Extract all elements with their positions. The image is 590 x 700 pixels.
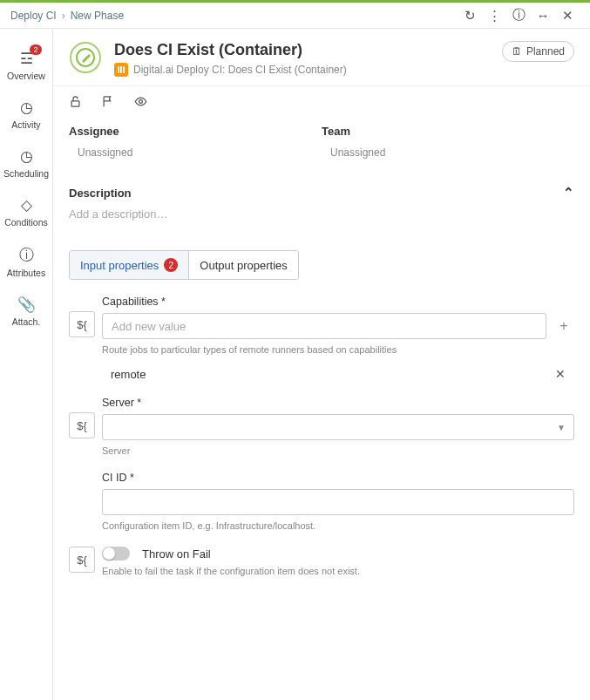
calendar-icon: 🗓 (512, 45, 522, 58)
page-header: Does CI Exist (Container) Digital.ai Dep… (53, 29, 590, 86)
refresh-icon[interactable]: ↻ (458, 8, 482, 24)
sidebar-item-conditions[interactable]: ◇ Conditions (0, 187, 53, 236)
sidebar-item-label: Activity (11, 119, 40, 130)
info-icon: ⓘ (19, 245, 34, 265)
sidebar-item-scheduling[interactable]: ◷ Scheduling (0, 139, 53, 187)
sidebar-item-overview[interactable]: ☲2 Overview (0, 41, 53, 90)
sidebar-item-activity[interactable]: ◷ Activity (0, 90, 53, 139)
list-icon: ☲2 (20, 50, 33, 68)
close-icon[interactable]: ✕ (555, 8, 580, 24)
server-help: Server (102, 445, 574, 456)
ciid-input[interactable] (102, 489, 574, 515)
flag-icon[interactable] (101, 95, 114, 111)
tab-output-properties[interactable]: Output properties (188, 251, 297, 279)
throw-help: Enable to fail the task if the configura… (102, 566, 574, 576)
sidebar-item-attach[interactable]: 📎 Attach. (0, 287, 53, 336)
variable-button[interactable]: ${ (69, 412, 95, 438)
sidebar-item-label: Scheduling (3, 168, 49, 179)
variable-button[interactable]: ${ (69, 311, 95, 337)
page-title: Does CI Exist (Container) (114, 41, 502, 59)
description-input[interactable]: Add a description… (53, 207, 590, 236)
ciid-help: Configuration item ID, e.g. Infrastructu… (102, 520, 574, 531)
team-value[interactable]: Unassigned (322, 146, 574, 159)
sidebar-item-label: Attach. (12, 316, 41, 327)
diamond-icon: ◇ (21, 196, 32, 214)
server-label: Server * (102, 397, 574, 409)
eye-icon[interactable] (133, 95, 148, 111)
description-label: Description (69, 187, 132, 200)
sidebar-item-label: Attributes (7, 268, 45, 278)
container-icon (114, 63, 128, 77)
brand-icon (69, 41, 102, 74)
variable-button[interactable]: ${ (69, 547, 95, 573)
clock-icon: ◷ (20, 147, 33, 166)
capability-value: remote (111, 368, 555, 381)
throw-toggle[interactable] (102, 547, 130, 561)
sidebar-item-label: Overview (7, 71, 45, 81)
capabilities-label: Capabilities * (102, 296, 574, 308)
lock-icon[interactable] (69, 95, 82, 111)
assignee-value[interactable]: Unassigned (69, 146, 322, 159)
ciid-label: CI ID * (102, 472, 574, 484)
breadcrumb-current[interactable]: New Phase (71, 10, 124, 22)
chevron-right-icon: › (62, 10, 65, 22)
sidebar: ☲2 Overview ◷ Activity ◷ Scheduling ◇ Co… (0, 29, 53, 700)
tab-input-properties[interactable]: Input properties 2 (70, 251, 188, 279)
clock-icon: ◷ (20, 99, 33, 117)
remove-icon[interactable]: ✕ (555, 367, 566, 381)
more-icon[interactable]: ⋮ (482, 8, 506, 24)
throw-label: Throw on Fail (142, 547, 211, 561)
capabilities-input[interactable] (102, 313, 546, 339)
assignee-label: Assignee (69, 125, 322, 138)
capabilities-help: Route jobs to particular types of remote… (102, 344, 574, 355)
expand-icon[interactable]: ↔ (531, 8, 555, 23)
add-icon[interactable]: + (553, 318, 574, 334)
page-subtitle: Digital.ai Deploy CI: Does CI Exist (Con… (133, 64, 347, 76)
capability-value-row: remote ✕ (102, 367, 574, 381)
breadcrumb-root[interactable]: Deploy CI (10, 10, 57, 22)
sidebar-item-attributes[interactable]: ⓘ Attributes (0, 236, 53, 287)
team-label: Team (322, 125, 574, 138)
server-select[interactable] (102, 414, 574, 440)
svg-point-3 (139, 100, 143, 104)
toolbar (53, 86, 590, 119)
info-icon[interactable]: ⓘ (506, 7, 531, 24)
chevron-up-icon[interactable]: ⌃ (563, 185, 574, 200)
breadcrumb: Deploy CI › New Phase ↻ ⋮ ⓘ ↔ ✕ (0, 3, 590, 29)
status-badge[interactable]: 🗓 Planned (502, 41, 574, 62)
sidebar-item-label: Conditions (4, 217, 48, 228)
svg-rect-2 (71, 101, 79, 106)
clip-icon: 📎 (17, 296, 36, 314)
properties-tabs: Input properties 2 Output properties (69, 250, 299, 280)
